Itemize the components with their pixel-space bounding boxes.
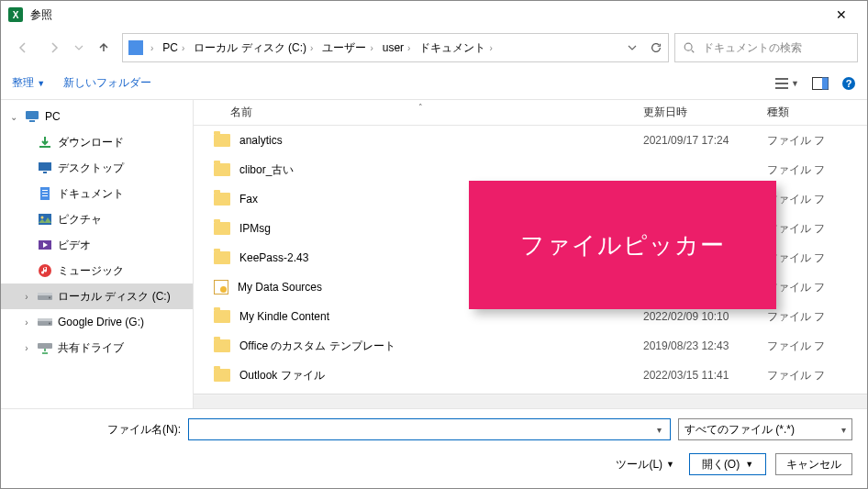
search-box[interactable] [674, 33, 858, 62]
cancel-button[interactable]: キャンセル [775, 453, 852, 475]
up-button[interactable] [91, 35, 117, 61]
disk-icon [38, 315, 52, 329]
svg-rect-7 [39, 162, 51, 171]
file-name: analytics [239, 134, 283, 147]
recent-dropdown[interactable] [72, 35, 85, 61]
expand-icon[interactable]: › [21, 292, 32, 302]
svg-rect-21 [38, 318, 52, 321]
breadcrumb-segment[interactable]: PC› [161, 39, 188, 56]
filename-combo[interactable]: ▾ [188, 418, 671, 440]
svg-text:?: ? [846, 78, 852, 89]
filename-label: ファイル名(N): [16, 422, 181, 438]
file-type: ファイル フ [767, 162, 867, 178]
file-row[interactable]: Office のカスタム テンプレート2019/08/23 12:43ファイル … [194, 331, 867, 361]
folder-icon [214, 222, 230, 235]
window-title: 参照 [30, 7, 52, 23]
file-date: 2022/03/15 11:41 [643, 369, 767, 382]
search-icon [683, 41, 696, 54]
tree-item[interactable]: ›ドキュメント [1, 181, 193, 206]
file-date: 2019/08/23 12:43 [643, 339, 767, 352]
breadcrumb-segment[interactable]: ユーザー› [320, 39, 376, 58]
chevron-right-icon: › [182, 43, 184, 53]
tree-item-label: ダウンロード [58, 135, 124, 150]
svg-point-0 [684, 43, 692, 50]
file-row[interactable]: Outlook ファイル2022/03/15 11:41ファイル フ [194, 361, 867, 390]
organize-menu[interactable]: 整理 ▼ [12, 75, 45, 91]
excel-icon: X [8, 7, 23, 22]
column-date[interactable]: 更新日時 [643, 105, 767, 120]
file-list-pane: 名前˄ 更新日時 種類 ファイルピッカー analytics2021/09/17… [194, 100, 867, 408]
view-menu[interactable]: ▼ [774, 77, 799, 90]
tree-item-label: PC [45, 110, 61, 123]
tree-item[interactable]: ›ローカル ディスク (C:) [1, 283, 193, 309]
tree-item[interactable]: ›共有ドライブ [1, 335, 193, 361]
svg-point-14 [41, 217, 44, 219]
nav-tree[interactable]: ⌄PC›ダウンロード›デスクトップ›ドキュメント›ピクチャ›ビデオ›ミュージック… [1, 100, 194, 408]
tree-item[interactable]: ⌄PC [1, 104, 193, 129]
column-type[interactable]: 種類 [767, 105, 867, 120]
svg-rect-2 [822, 77, 829, 89]
preview-pane-button[interactable] [812, 77, 829, 90]
tree-item[interactable]: ›Google Drive (G:) [1, 309, 193, 335]
breadcrumb-segment[interactable]: user› [381, 39, 415, 56]
file-type: ファイル フ [767, 309, 867, 325]
tree-item[interactable]: ›ダウンロード [1, 129, 193, 155]
forward-button[interactable] [41, 35, 67, 61]
svg-point-22 [49, 323, 50, 325]
tree-item-label: Google Drive (G:) [58, 316, 144, 328]
file-type: ファイル フ [767, 133, 867, 149]
address-bar[interactable]: › PC› ローカル ディスク (C:)› ユーザー› user› ドキュメント… [122, 33, 669, 62]
expand-icon[interactable]: › [21, 317, 32, 328]
column-name[interactable]: 名前˄ [194, 105, 643, 120]
tree-item[interactable]: ›ミュージック [1, 258, 193, 283]
tree-item[interactable]: ›デスクトップ [1, 155, 193, 181]
videos-icon [38, 238, 52, 252]
file-name: My Data Sources [238, 281, 322, 294]
tree-item-label: ドキュメント [58, 186, 124, 202]
tree-item[interactable]: ›ビデオ [1, 232, 193, 258]
tree-item-label: ローカル ディスク (C:) [58, 289, 171, 305]
svg-rect-12 [42, 195, 48, 196]
breadcrumb-segment[interactable]: ドキュメント› [417, 39, 495, 58]
help-button[interactable]: ? [841, 76, 856, 91]
search-input[interactable] [703, 41, 850, 54]
chevron-down-icon[interactable]: ▾ [651, 425, 666, 435]
refresh-button[interactable] [650, 41, 662, 54]
tree-item[interactable]: ›ピクチャ [1, 206, 193, 232]
horizontal-scrollbar[interactable] [194, 394, 867, 408]
expand-icon[interactable]: ⌄ [8, 112, 19, 122]
folder-icon [214, 163, 230, 176]
svg-point-19 [49, 297, 50, 299]
file-type: ファイル フ [767, 250, 867, 266]
nav-row: › PC› ローカル ディスク (C:)› ユーザー› user› ドキュメント… [1, 28, 867, 67]
expand-icon[interactable]: › [21, 343, 32, 353]
tools-menu[interactable]: ツール(L) ▼ [616, 457, 674, 472]
breadcrumb-segment[interactable]: ローカル ディスク (C:)› [192, 39, 317, 58]
file-list-header[interactable]: 名前˄ 更新日時 種類 [194, 100, 867, 126]
network-drive-icon [38, 340, 52, 355]
back-button[interactable] [10, 35, 36, 61]
file-date: 2021/09/17 17:24 [643, 134, 767, 147]
address-dropdown[interactable] [628, 43, 637, 52]
music-icon [38, 263, 52, 278]
open-button[interactable]: 開く(O)▼ [689, 453, 766, 475]
file-type-filter[interactable]: すべてのファイル (*.*)▾ [678, 418, 852, 440]
file-row[interactable]: analytics2021/09/17 17:24ファイル フ [194, 126, 867, 155]
svg-rect-11 [42, 193, 48, 194]
file-list[interactable]: ファイルピッカー analytics2021/09/17 17:24ファイル フ… [194, 126, 867, 394]
new-folder-button[interactable]: 新しいフォルダー [63, 75, 151, 91]
svg-rect-23 [38, 343, 52, 349]
file-date: 2022/02/09 10:10 [643, 310, 767, 323]
chevron-down-icon: ▾ [841, 425, 846, 435]
annotation-overlay: ファイルピッカー [469, 181, 776, 309]
chevron-right-icon: › [310, 43, 313, 53]
disk-icon [38, 289, 52, 304]
tree-item-label: ミュージック [58, 263, 124, 279]
filename-input[interactable] [193, 423, 651, 436]
file-name: My Kindle Content [239, 310, 329, 323]
close-button[interactable]: ✕ [823, 1, 860, 28]
svg-rect-8 [43, 172, 47, 173]
file-name: Outlook ファイル [239, 368, 325, 383]
tree-item-label: ビデオ [58, 238, 91, 253]
file-name: clibor_古い [239, 162, 294, 178]
